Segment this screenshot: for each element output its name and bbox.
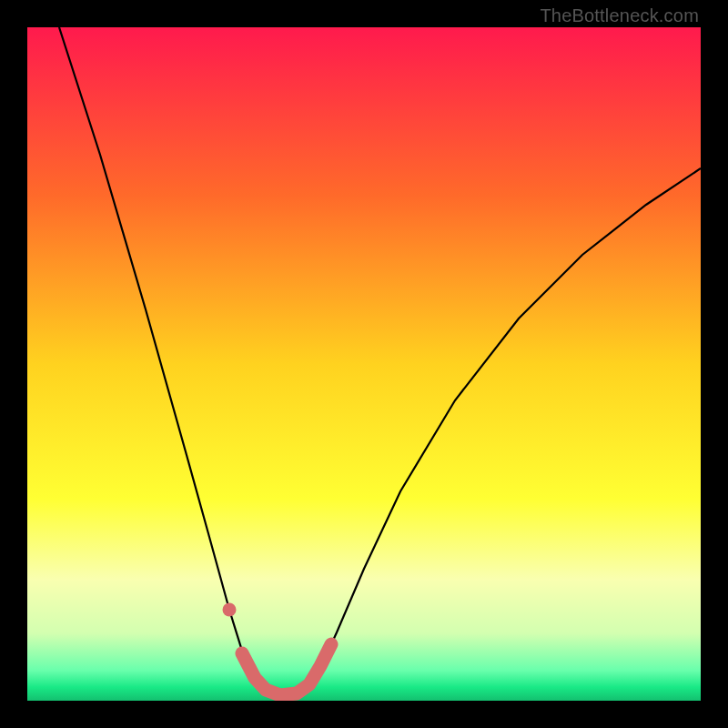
watermark-text: TheBottleneck.com [540, 5, 699, 26]
bottleneck-curve [59, 27, 701, 695]
chart-frame [27, 27, 701, 701]
highlight-bottom [242, 644, 331, 695]
chart-curve-layer [27, 27, 701, 701]
